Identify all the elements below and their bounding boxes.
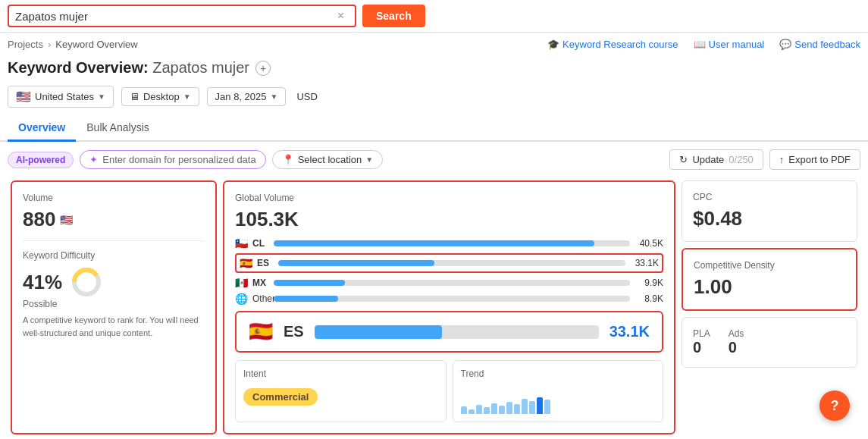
comp-density-value: 1.00 — [694, 275, 845, 299]
filters-row: 🇺🇸 United States ▼ 🖥 Desktop ▼ Jan 8, 20… — [0, 83, 868, 115]
book-icon: 🎓 — [547, 39, 559, 50]
cl-flag-icon: 🇨🇱 — [235, 237, 248, 249]
ai-powered-badge: AI-powered — [8, 152, 74, 168]
trend-bar — [544, 400, 550, 414]
es-highlight-code: ES — [284, 323, 304, 340]
mx-bar-track — [274, 280, 630, 286]
breadcrumb-separator: › — [48, 39, 51, 50]
breadcrumb-parent[interactable]: Projects — [8, 39, 43, 50]
es-highlight-bar-track — [315, 325, 599, 339]
currency-label: USD — [296, 91, 317, 102]
tabs-row: Overview Bulk Analysis — [0, 115, 868, 142]
action-row-left: AI-powered ✦ Enter domain for personaliz… — [8, 150, 383, 169]
cl-value: 40.5K — [635, 238, 663, 249]
action-row-right: ↻ Update 0/250 ↑ Export to PDF — [669, 149, 860, 170]
global-volume-label: Global Volume — [235, 193, 663, 203]
page-title: Keyword Overview: Zapatos mujer — [8, 59, 249, 77]
pla-ads-card: PLA 0 Ads 0 — [682, 317, 857, 368]
cl-bar-fill — [274, 240, 594, 246]
export-button[interactable]: ↑ Export to PDF — [769, 149, 860, 170]
mx-bar-fill — [274, 280, 345, 286]
pla-col: PLA 0 — [693, 328, 710, 356]
pla-value: 0 — [693, 339, 710, 356]
trend-label: Trend — [461, 368, 656, 379]
trend-bar — [506, 402, 512, 414]
kd-value-row: 41% — [23, 265, 205, 299]
trend-bars — [461, 384, 656, 414]
cpc-label: CPC — [693, 192, 846, 202]
top-nav: Projects › Keyword Overview 🎓 Keyword Re… — [0, 33, 868, 56]
pla-label: PLA — [693, 328, 710, 339]
chevron-down-icon: ▼ — [365, 155, 373, 164]
main-content: Volume 880 🇺🇸 Keyword Difficulty 41% Pos… — [0, 177, 868, 439]
cl-code: CL — [252, 238, 269, 249]
search-input[interactable] — [15, 10, 337, 23]
date-filter[interactable]: Jan 8, 2025 ▼ — [207, 87, 287, 106]
es-value: 33.1K — [630, 258, 659, 268]
intent-trend-grid: Intent Commercial Trend — [235, 360, 663, 422]
trend-bar — [476, 405, 482, 414]
help-button[interactable]: ? — [819, 390, 850, 421]
mx-value: 9.9K — [635, 278, 663, 288]
location-filter[interactable]: 🇺🇸 United States ▼ — [8, 86, 114, 108]
export-icon: ↑ — [779, 154, 785, 165]
cl-bar-track — [274, 240, 630, 246]
country-row-es: 🇪🇸 ES 33.1K — [235, 253, 663, 273]
keyword-difficulty-section: Keyword Difficulty 41% Possible A compet… — [23, 250, 205, 339]
add-keyword-button[interactable]: + — [255, 61, 271, 76]
trend-bar-active — [537, 397, 543, 414]
competitive-density-card: Competitive Density 1.00 — [682, 248, 857, 311]
country-bars: 🇨🇱 CL 40.5K 🇪🇸 ES 33.1K 🇲🇽 MX — [235, 237, 663, 305]
trend-card: Trend — [453, 360, 664, 422]
keyword-course-link[interactable]: 🎓 Keyword Research course — [547, 39, 678, 50]
page-title-row: Keyword Overview: Zapatos mujer + — [0, 56, 868, 83]
kd-possible-label: Possible — [23, 299, 205, 309]
es-flag-icon: 🇪🇸 — [240, 257, 252, 269]
tab-bulk-analysis[interactable]: Bulk Analysis — [76, 115, 159, 142]
es-bar-track — [278, 260, 625, 266]
intent-badge: Commercial — [243, 388, 318, 406]
es-highlight-value: 33.1K — [609, 323, 650, 340]
center-card: Global Volume 105.3K 🇨🇱 CL 40.5K 🇪🇸 ES — [223, 180, 675, 434]
sparkle-icon: ✦ — [89, 154, 98, 165]
chevron-down-icon: ▼ — [271, 93, 278, 101]
trend-bar — [514, 404, 520, 414]
send-feedback-link[interactable]: 💬 Send feedback — [779, 39, 860, 50]
mx-code: MX — [252, 278, 269, 288]
trend-bar — [522, 399, 528, 414]
search-button[interactable]: Search — [362, 5, 425, 27]
global-volume-section: Global Volume 105.3K — [235, 193, 663, 231]
trend-bar — [529, 401, 535, 414]
trend-bar — [499, 406, 505, 414]
trend-bar — [484, 407, 490, 414]
other-bar-fill — [274, 296, 338, 302]
es-bar-fill — [278, 260, 434, 266]
es-highlight-flag: 🇪🇸 — [249, 320, 273, 343]
search-bar: × Search — [0, 0, 868, 33]
pla-ads-row: PLA 0 Ads 0 — [693, 328, 846, 356]
intent-card: Intent Commercial — [235, 360, 447, 422]
us-flag-icon: 🇺🇸 — [16, 89, 31, 104]
search-input-wrapper: × — [8, 5, 356, 27]
update-button[interactable]: ↻ Update 0/250 — [669, 149, 763, 170]
trend-bar — [491, 403, 497, 414]
select-location-button[interactable]: 📍 Select location ▼ — [272, 150, 383, 169]
device-filter[interactable]: 🖥 Desktop ▼ — [121, 87, 199, 106]
user-manual-link[interactable]: 📖 User manual — [694, 39, 765, 50]
cpc-card: CPC $0.48 — [682, 180, 857, 242]
comp-density-label: Competitive Density — [694, 260, 845, 271]
clear-icon[interactable]: × — [337, 9, 344, 23]
kd-label: Keyword Difficulty — [23, 250, 205, 261]
es-highlight-bar-fill — [315, 325, 443, 339]
desktop-icon: 🖥 — [130, 91, 139, 102]
trend-bar — [468, 409, 475, 414]
domain-input[interactable]: ✦ Enter domain for personalized data — [80, 150, 265, 169]
other-value: 8.9K — [635, 293, 663, 304]
other-bar-track — [274, 296, 630, 302]
volume-section: Volume 880 🇺🇸 — [23, 193, 205, 231]
tab-overview[interactable]: Overview — [8, 115, 76, 142]
feedback-icon: 💬 — [779, 39, 791, 50]
ads-label: Ads — [729, 328, 744, 339]
country-row-cl: 🇨🇱 CL 40.5K — [235, 237, 663, 249]
kd-description: A competitive keyword to rank for. You w… — [23, 314, 205, 339]
